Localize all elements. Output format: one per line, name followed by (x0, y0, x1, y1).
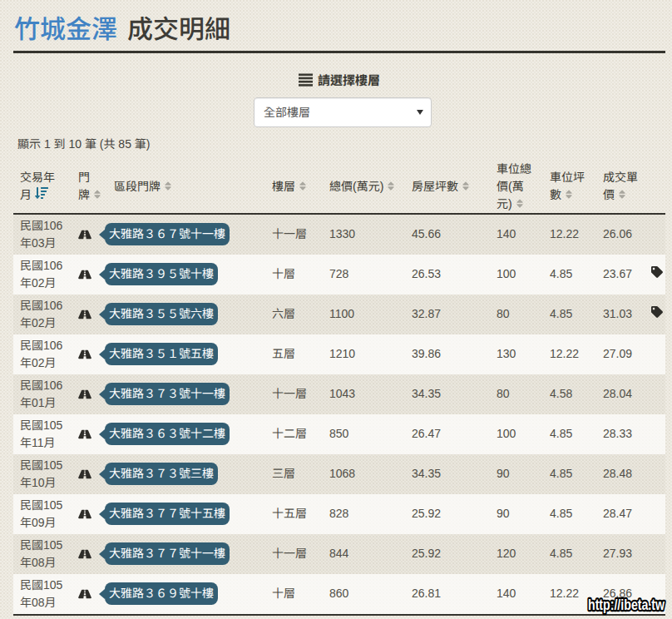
address-badge: 大雅路３６９號十樓 (105, 582, 218, 605)
column-header-address[interactable]: 區段門牌 (101, 161, 265, 215)
cell-address: 大雅路３７７號十一樓 (101, 534, 265, 574)
cell-house-area: 39.86 (405, 334, 490, 374)
cell-unit-price: 26.06 (596, 215, 648, 255)
cell-address: 大雅路３７７號十五樓 (101, 494, 265, 534)
deal-row: 民國106年03月大雅路３６７號十一樓十一層133045.6614012.222… (13, 215, 665, 255)
page-title: 竹城金澤成交明細 (14, 14, 665, 46)
cell-date: 民國105年10月 (13, 454, 72, 494)
cell-address: 大雅路３７３號十一樓 (101, 374, 265, 414)
cell-parking-area: 4.85 (543, 494, 596, 534)
cell-date: 民國106年02月 (13, 334, 72, 374)
cell-total-price: 850 (323, 414, 405, 454)
column-header-date[interactable]: 交易年月 (13, 161, 72, 215)
floor-filter: 請選擇樓層 全部樓層 (13, 71, 665, 127)
sort-icon (618, 189, 626, 200)
column-header-house-area[interactable]: 房屋坪數 (405, 161, 490, 215)
sort-icon (164, 181, 172, 191)
address-badge: 大雅路３７７號十一樓 (105, 542, 230, 565)
cell-address: 大雅路３６３號十二樓 (101, 414, 265, 454)
cell-house-area: 45.66 (405, 215, 490, 255)
cell-tag (648, 374, 665, 414)
deal-row: 民國106年02月大雅路３５５號六樓六層110032.87804.8531.03 (13, 295, 665, 334)
cell-tag (648, 255, 665, 295)
cell-parking-price: 90 (490, 494, 543, 534)
road-icon (78, 229, 91, 240)
cell-parking-area: 4.85 (543, 414, 596, 454)
cell-date: 民國105年08月 (13, 574, 72, 616)
cell-floor: 十一層 (265, 374, 323, 414)
cell-date: 民國106年02月 (13, 255, 72, 295)
cell-door-icon (72, 255, 101, 295)
sort-icon (299, 181, 307, 191)
address-badge: 大雅路３６７號十一樓 (105, 223, 230, 245)
cell-parking-area: 4.58 (543, 374, 596, 414)
watermark: http://ibeta.tw (584, 592, 667, 616)
sort-icon (565, 189, 573, 200)
column-header-floor[interactable]: 樓層 (265, 161, 323, 215)
deals-table: 交易年月門牌區段門牌樓層總價(萬元)房屋坪數車位總價(萬元)車位坪數成交單價 民… (13, 161, 665, 616)
column-header-text: 樓層 (272, 180, 295, 193)
address-badge: 大雅路３６３號十二樓 (105, 423, 230, 445)
address-badge: 大雅路３７７號十五樓 (105, 503, 230, 525)
address-badge: 大雅路３７３號三樓 (105, 463, 218, 485)
column-header-text: 房屋坪數 (412, 180, 458, 193)
floor-select[interactable]: 全部樓層 (254, 97, 432, 127)
cell-door-icon (72, 334, 101, 374)
column-header-door[interactable]: 門牌 (72, 161, 101, 215)
sort-icon (387, 181, 395, 191)
header-row: 交易年月門牌區段門牌樓層總價(萬元)房屋坪數車位總價(萬元)車位坪數成交單價 (13, 161, 665, 215)
cell-door-icon (72, 574, 101, 616)
address-badge: 大雅路３５５號六樓 (105, 303, 218, 325)
cell-parking-price: 80 (490, 374, 543, 414)
column-header-parking-area[interactable]: 車位坪數 (543, 161, 596, 215)
cell-date: 民國106年03月 (13, 215, 72, 255)
deal-row: 民國105年09月大雅路３７７號十五樓十五層82825.92904.8528.4… (13, 494, 665, 534)
road-icon (78, 428, 91, 440)
column-header-total-price[interactable]: 總價(萬元) (323, 161, 405, 215)
cell-date: 民國105年11月 (13, 414, 72, 454)
cell-parking-area: 4.85 (543, 454, 596, 494)
cell-house-area: 32.87 (405, 295, 490, 334)
cell-unit-price: 28.33 (596, 414, 648, 454)
cell-house-area: 25.92 (405, 494, 490, 534)
address-badge: 大雅路３７３號十一樓 (105, 383, 230, 405)
cell-unit-price: 31.03 (596, 295, 648, 334)
column-header-text: 元) (497, 197, 512, 210)
column-header-parking-price[interactable]: 車位總價(萬元) (490, 161, 543, 215)
deal-row: 民國106年01月大雅路３７３號十一樓十一層104334.35804.5828.… (13, 374, 665, 414)
sort-icon (93, 189, 101, 200)
cell-date: 民國105年09月 (13, 494, 72, 534)
cell-door-icon (72, 494, 101, 534)
sort-icon (462, 181, 470, 191)
deal-row: 民國105年10月大雅路３７３號三樓三層106834.35904.8528.48 (13, 454, 665, 494)
deal-row: 民國105年11月大雅路３６３號十二樓十二層85026.471004.8528.… (13, 414, 665, 454)
cell-total-price: 844 (323, 534, 405, 574)
cell-house-area: 26.81 (405, 574, 490, 616)
cell-parking-area: 4.85 (543, 255, 596, 295)
address-badge: 大雅路３９５號十樓 (105, 263, 218, 285)
road-icon (78, 548, 91, 560)
tag-icon (651, 306, 663, 318)
cell-total-price: 1100 (323, 295, 405, 334)
align-justify-icon (299, 73, 313, 87)
column-header-unit-price[interactable]: 成交單價 (596, 161, 648, 215)
column-header-text: 價 (603, 188, 615, 201)
column-header-text: 交易年 (20, 171, 55, 184)
road-icon (78, 588, 91, 600)
page: 竹城金澤成交明細 請選擇樓層 全部樓層 顯示 1 到 10 筆 (共 85 筆)… (13, 0, 665, 616)
cell-address: 大雅路３６７號十一樓 (101, 215, 265, 255)
column-header-text: 成交單 (603, 171, 638, 184)
cell-unit-price: 28.04 (596, 374, 648, 414)
cell-parking-area: 12.22 (543, 334, 596, 374)
cell-tag (648, 454, 665, 494)
cell-parking-price: 80 (490, 295, 543, 334)
cell-total-price: 728 (323, 255, 405, 295)
cell-address: 大雅路３９５號十樓 (101, 255, 265, 295)
column-header-text: 價(萬 (497, 180, 524, 193)
cell-parking-price: 90 (490, 454, 543, 494)
column-header-text: 區段門牌 (114, 180, 161, 193)
cell-tag (648, 494, 665, 534)
road-icon (78, 468, 91, 480)
cell-house-area: 26.47 (405, 414, 490, 454)
cell-address: 大雅路３５１號五樓 (101, 334, 265, 374)
